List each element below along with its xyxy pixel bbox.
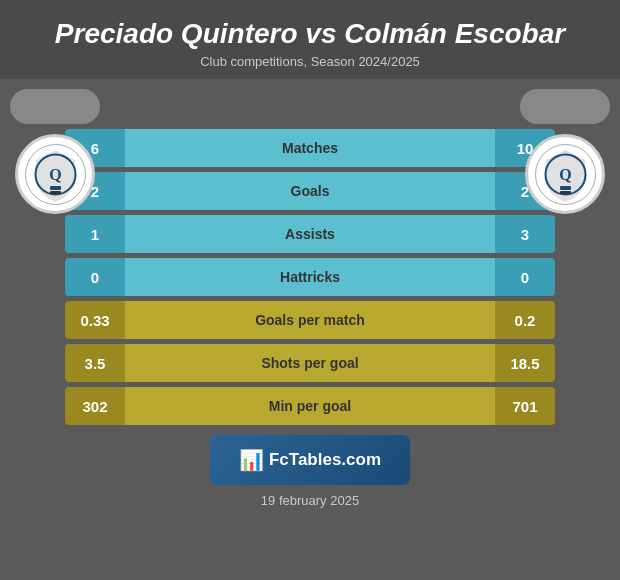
svg-text:Q: Q	[559, 166, 571, 183]
header: Preciado Quintero vs Colmán Escobar Club…	[0, 0, 620, 79]
stat-left-value: 0.33	[65, 301, 125, 339]
main-content: Q Q 6 Matches 10 2 Goals	[0, 79, 620, 580]
stat-right-value: 701	[495, 387, 555, 425]
stat-row: 6 Matches 10	[65, 129, 555, 167]
stat-left-value: 1	[65, 215, 125, 253]
stat-label: Matches	[125, 129, 495, 167]
stat-row: 2 Goals 2	[65, 172, 555, 210]
svg-rect-11	[560, 191, 571, 194]
svg-rect-5	[50, 191, 61, 194]
stat-right-value: 0.2	[495, 301, 555, 339]
badges-row	[0, 89, 620, 124]
stat-right-value: 3	[495, 215, 555, 253]
stat-label: Goals	[125, 172, 495, 210]
page-subtitle: Club competitions, Season 2024/2025	[20, 54, 600, 69]
left-team-logo: Q	[15, 134, 95, 214]
stat-left-value: 302	[65, 387, 125, 425]
stat-row: 0.33 Goals per match 0.2	[65, 301, 555, 339]
stat-label: Hattricks	[125, 258, 495, 296]
fctables-label: FcTables.com	[269, 450, 381, 470]
stat-row: 0 Hattricks 0	[65, 258, 555, 296]
stat-label: Goals per match	[125, 301, 495, 339]
page-title: Preciado Quintero vs Colmán Escobar	[20, 18, 600, 50]
right-team-logo: Q	[525, 134, 605, 214]
stat-label: Assists	[125, 215, 495, 253]
stat-left-value: 3.5	[65, 344, 125, 382]
stat-row: 3.5 Shots per goal 18.5	[65, 344, 555, 382]
fctables-banner[interactable]: 📊 FcTables.com	[210, 435, 410, 485]
stat-right-value: 18.5	[495, 344, 555, 382]
svg-rect-10	[560, 186, 571, 190]
stat-label: Min per goal	[125, 387, 495, 425]
stat-row: 1 Assists 3	[65, 215, 555, 253]
stat-left-value: 0	[65, 258, 125, 296]
left-badge	[10, 89, 100, 124]
right-badge	[520, 89, 610, 124]
stat-right-value: 0	[495, 258, 555, 296]
stat-label: Shots per goal	[125, 344, 495, 382]
svg-rect-4	[50, 186, 61, 190]
footer-date: 19 february 2025	[261, 493, 359, 508]
stat-row: 302 Min per goal 701	[65, 387, 555, 425]
fctables-icon: 📊	[239, 448, 264, 472]
svg-text:Q: Q	[49, 166, 61, 183]
